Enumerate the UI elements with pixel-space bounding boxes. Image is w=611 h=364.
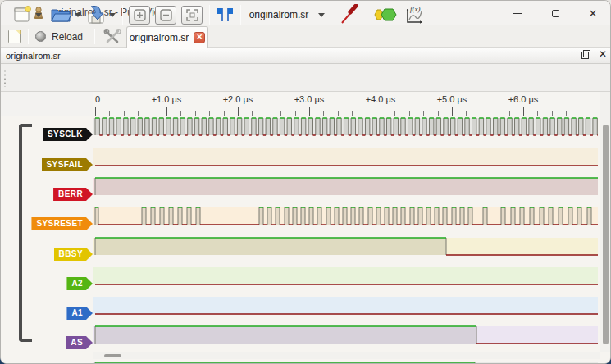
new-file-dropdown-arrow[interactable] xyxy=(35,13,42,17)
reload-icon xyxy=(35,31,46,42)
wrench-icon xyxy=(104,30,121,42)
ruler-tick-label: +4.0 μs xyxy=(366,94,396,104)
separator xyxy=(122,5,123,25)
reload-label: Reload xyxy=(52,31,83,43)
device-select-label: originalrom.sr xyxy=(249,9,309,20)
add-decoder-button[interactable] xyxy=(373,4,398,25)
zoom-in-icon xyxy=(134,9,146,21)
new-session-button[interactable] xyxy=(7,29,22,44)
cursor-flags-icon xyxy=(216,6,235,24)
ruler-major-tick xyxy=(452,107,453,116)
ruler-tick-label: 0 xyxy=(95,94,100,104)
ruler-tick-label: +3.0 μs xyxy=(294,94,325,104)
dock-float-button[interactable] xyxy=(581,50,590,59)
probe-icon xyxy=(334,4,358,25)
channel-label-sysfail[interactable]: SYSFAIL xyxy=(42,158,93,171)
dock-title: originalrom.sr xyxy=(6,51,61,61)
toolbar-grip[interactable] xyxy=(3,69,7,87)
zoom-out-icon xyxy=(160,9,172,21)
channel-label-berr[interactable]: BERR xyxy=(53,188,93,201)
ruler-major-tick xyxy=(523,107,524,116)
math-fx-icon: f(x) xyxy=(404,4,426,25)
dock-close-button[interactable]: ✕ xyxy=(599,50,607,59)
ruler-major-tick xyxy=(595,107,595,116)
new-file-icon xyxy=(12,5,32,25)
save-icon xyxy=(84,4,106,25)
add-math-signal-button[interactable]: f(x) xyxy=(404,4,426,25)
vertical-scrollbar[interactable] xyxy=(600,92,611,352)
separator xyxy=(367,5,367,25)
main-toolbar xyxy=(1,64,611,92)
settings-button[interactable] xyxy=(103,28,122,46)
separator xyxy=(240,5,241,25)
new-file-button[interactable] xyxy=(12,4,42,25)
ruler-major-tick xyxy=(95,107,96,116)
tab-close-icon: ✕ xyxy=(197,34,203,41)
close-icon: ✕ xyxy=(589,8,598,19)
channel-label-bbsy[interactable]: BBSY xyxy=(54,248,93,261)
device-dropdown-arrow xyxy=(318,13,325,17)
maximize-icon xyxy=(552,10,559,17)
zoom-fit-icon xyxy=(186,9,198,21)
ruler-tick-label: +2.0 μs xyxy=(223,94,253,104)
separator xyxy=(94,29,95,44)
tab-close-button[interactable]: ✕ xyxy=(194,32,205,43)
session-tab[interactable]: originalrom.sr ✕ xyxy=(126,26,208,48)
zoom-fit-button[interactable] xyxy=(181,6,203,25)
ruler-major-tick xyxy=(238,107,239,116)
minimize-button[interactable] xyxy=(499,1,536,25)
time-ruler[interactable]: 0+1.0 μs+2.0 μs+3.0 μs+4.0 μs+5.0 μs+6.0… xyxy=(93,92,600,116)
horizontal-scrollbar[interactable] xyxy=(93,352,600,359)
ruler-major-tick xyxy=(166,107,167,116)
dock-titlebar[interactable]: originalrom.sr ✕ xyxy=(1,48,611,64)
ruler-major-tick xyxy=(309,107,310,116)
trace-area[interactable]: SYSCLKSYSFAILBERRSYSRESETBBSYA2A1AS xyxy=(1,116,611,364)
decoder-icon xyxy=(373,6,398,24)
svg-text:f(x): f(x) xyxy=(410,5,421,13)
ruler-tick-label: +5.0 μs xyxy=(437,94,467,104)
save-dropdown-arrow[interactable] xyxy=(109,13,116,17)
open-file-dropdown-arrow[interactable] xyxy=(75,13,81,17)
minimize-icon xyxy=(513,13,522,14)
ruler-tick-label: +1.0 μs xyxy=(152,94,182,104)
tab-bar xyxy=(1,25,611,48)
waveform-canvas xyxy=(1,116,611,364)
zoom-in-button[interactable] xyxy=(129,6,150,25)
separator xyxy=(28,29,29,44)
open-file-button[interactable] xyxy=(50,4,81,25)
pulseview-window: originalrom.sr - PulseView ✕ Reload orig… xyxy=(0,0,611,364)
channel-label-sysclk[interactable]: SYSCLK xyxy=(43,128,93,141)
device-select[interactable]: originalrom.sr xyxy=(247,4,327,25)
maximize-button[interactable] xyxy=(536,1,574,25)
ruler-major-tick xyxy=(381,107,381,116)
open-folder-icon xyxy=(50,5,71,25)
session-tab-label: originalrom.sr xyxy=(130,32,189,43)
save-button[interactable] xyxy=(84,4,116,25)
reload-button[interactable]: Reload xyxy=(35,28,83,45)
ruler-tick-label: +6.0 μs xyxy=(508,94,539,104)
close-button[interactable]: ✕ xyxy=(574,1,611,25)
vertical-scrollbar-handle[interactable] xyxy=(603,125,609,344)
channel-label-sysreset[interactable]: SYSRESET xyxy=(31,217,93,230)
show-cursors-button[interactable] xyxy=(216,4,235,25)
horizontal-scrollbar-handle[interactable] xyxy=(104,354,121,357)
configure-channels-button[interactable] xyxy=(334,4,358,25)
zoom-out-button[interactable] xyxy=(155,6,176,25)
separator xyxy=(209,5,210,25)
